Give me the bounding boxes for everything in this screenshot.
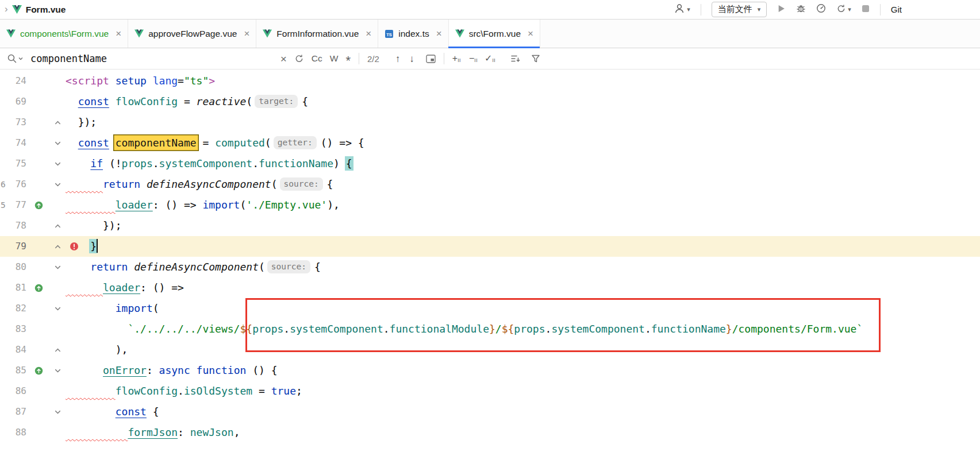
code-line-88[interactable]: 88 formJson: newJson, xyxy=(0,422,980,443)
fold-down-icon[interactable] xyxy=(51,401,64,422)
tab-close-icon[interactable]: × xyxy=(436,29,442,38)
code-line-82[interactable]: 82 import( xyxy=(0,298,980,319)
fold-up-icon[interactable] xyxy=(51,112,64,133)
inlay-hint[interactable]: source: xyxy=(280,177,323,191)
tab-close-icon[interactable]: × xyxy=(528,29,533,38)
code-line-75[interactable]: 75 if (!props.systemComponent.functionNa… xyxy=(0,153,980,174)
next-match-button[interactable]: ↓ xyxy=(409,54,414,64)
select-all-occurrences-button[interactable]: ✓II xyxy=(485,54,495,63)
run-button[interactable] xyxy=(777,4,786,16)
code-text[interactable]: const componentName = computed(getter:()… xyxy=(64,133,364,153)
code-line-74[interactable]: 74 const componentName = computed(getter… xyxy=(0,133,980,153)
error-gutter-icon[interactable] xyxy=(70,242,79,251)
code-line-24[interactable]: 24<script setup lang="ts"> xyxy=(0,71,980,91)
search-icon[interactable] xyxy=(7,53,23,64)
code-text[interactable]: return defineAsyncComponent(source:{ xyxy=(64,257,321,277)
regex-toggle[interactable]: * xyxy=(345,51,351,67)
fold-down-icon[interactable] xyxy=(51,133,64,153)
remove-occurrence-button[interactable]: −II xyxy=(469,54,478,63)
whole-words-toggle[interactable]: W xyxy=(330,54,339,63)
clear-search-icon[interactable]: × xyxy=(280,53,287,64)
code-text[interactable]: `./../../../views/${props.systemComponen… xyxy=(64,319,863,339)
line-number[interactable]: 81 xyxy=(0,277,26,298)
search-input[interactable] xyxy=(30,53,273,64)
code-line-73[interactable]: 73 }); xyxy=(0,112,980,133)
line-number[interactable]: 69 xyxy=(0,91,26,112)
inlay-hint[interactable]: getter: xyxy=(274,136,317,149)
code-text[interactable]: ), xyxy=(64,339,128,360)
tab-approveflowpage-vue[interactable]: approveFlowPage.vue× xyxy=(128,20,256,48)
line-number[interactable]: 83 xyxy=(0,319,26,339)
code-text[interactable]: formJson: newJson, xyxy=(64,422,240,443)
code-line-77[interactable]: 577 loader: () => import('./Empty.vue'), xyxy=(0,195,980,215)
line-number[interactable]: 82 xyxy=(0,298,26,319)
line-number[interactable]: 24 xyxy=(0,71,26,91)
previous-match-button[interactable]: ↑ xyxy=(395,54,401,64)
code-line-85[interactable]: 85 onError: async function () { xyxy=(0,360,980,381)
code-text[interactable]: }); xyxy=(64,112,97,133)
tab-src-form-vue[interactable]: src\Form.vue× xyxy=(449,20,540,48)
fold-up-icon[interactable] xyxy=(51,215,64,236)
overrides-gutter-icon[interactable] xyxy=(26,360,51,381)
fold-down-icon[interactable] xyxy=(51,153,64,174)
code-line-87[interactable]: 87 const { xyxy=(0,401,980,422)
code-line-86[interactable]: 86 flowConfig.isOldSystem = true; xyxy=(0,381,980,401)
code-line-69[interactable]: 69 const flowConfig = reactive(target:{ xyxy=(0,91,980,112)
code-line-79[interactable]: 79 } xyxy=(0,236,980,257)
line-number[interactable]: 73 xyxy=(0,112,26,133)
code-text[interactable]: return defineAsyncComponent(source:{ xyxy=(64,174,333,195)
fold-down-icon[interactable] xyxy=(51,360,64,381)
tab-components-form-vue[interactable]: components\Form.vue× xyxy=(0,20,128,48)
code-text[interactable]: loader: () => import('./Empty.vue'), xyxy=(64,195,340,215)
code-line-81[interactable]: 81 loader: () => xyxy=(0,277,980,298)
debug-button[interactable] xyxy=(796,4,806,16)
user-profile-button[interactable]: ▾ xyxy=(674,3,690,17)
stop-button[interactable] xyxy=(862,5,870,15)
code-text[interactable]: const { xyxy=(64,401,159,422)
search-field[interactable]: × Cc W * xyxy=(7,51,351,67)
run-configuration-select[interactable]: 当前文件 ▾ xyxy=(712,2,767,17)
tab-close-icon[interactable]: × xyxy=(244,29,249,38)
fold-up-icon[interactable] xyxy=(51,236,64,257)
line-number[interactable]: 88 xyxy=(0,422,26,443)
inlay-hint[interactable]: target: xyxy=(255,95,298,108)
code-text[interactable]: import( xyxy=(64,298,159,319)
profiler-button[interactable] xyxy=(816,3,826,16)
line-number[interactable]: 75 xyxy=(0,153,26,174)
tab-forminformation-vue[interactable]: FormInformation.vue× xyxy=(256,20,378,48)
code-line-80[interactable]: 80 return defineAsyncComponent(source:{ xyxy=(0,257,980,277)
line-number[interactable]: 79 xyxy=(0,236,26,257)
code-text[interactable]: loader: () => xyxy=(64,277,184,298)
fold-up-icon[interactable] xyxy=(51,339,64,360)
rerun-button[interactable]: ▾ xyxy=(836,4,851,16)
overrides-gutter-icon[interactable] xyxy=(26,277,51,298)
inlay-hint[interactable]: source: xyxy=(267,260,310,273)
tab-close-icon[interactable]: × xyxy=(366,29,371,38)
tab-close-icon[interactable]: × xyxy=(116,29,121,38)
filter-icon[interactable] xyxy=(531,54,540,63)
line-number[interactable]: 85 xyxy=(0,360,26,381)
search-history-icon[interactable] xyxy=(294,54,304,63)
code-line-78[interactable]: 78 }); xyxy=(0,215,980,236)
line-number[interactable]: 87 xyxy=(0,401,26,422)
fold-down-icon[interactable] xyxy=(51,174,64,195)
fold-down-icon[interactable] xyxy=(51,257,64,277)
overrides-gutter-icon[interactable] xyxy=(26,195,51,215)
code-text[interactable]: if (!props.systemComponent.functionName)… xyxy=(64,153,352,174)
filter-lines-icon[interactable] xyxy=(510,54,521,63)
open-results-in-window-icon[interactable] xyxy=(426,55,436,63)
line-number[interactable]: 84 xyxy=(0,339,26,360)
line-number[interactable]: 86 xyxy=(0,381,26,401)
code-text[interactable]: }); xyxy=(64,215,122,236)
code-text[interactable]: <script setup lang="ts"> xyxy=(64,71,215,91)
match-case-toggle[interactable]: Cc xyxy=(312,54,322,63)
line-number[interactable]: 74 xyxy=(0,133,26,153)
code-line-84[interactable]: 84 ), xyxy=(0,339,980,360)
tab-index-ts[interactable]: TSindex.ts× xyxy=(378,20,448,48)
line-number[interactable]: 80 xyxy=(0,257,26,277)
code-text[interactable]: flowConfig.isOldSystem = true; xyxy=(64,381,302,401)
editor[interactable]: 24<script setup lang="ts">69 const flowC… xyxy=(0,70,980,470)
line-number[interactable]: 78 xyxy=(0,215,26,236)
git-widget[interactable]: Git xyxy=(891,5,902,14)
code-line-83[interactable]: 83 `./../../../views/${props.systemCompo… xyxy=(0,319,980,339)
